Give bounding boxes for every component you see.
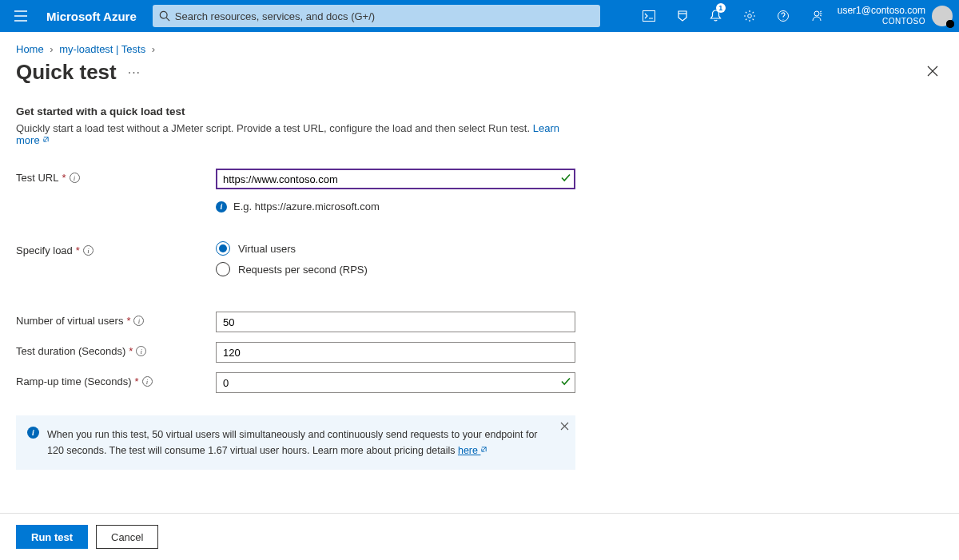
- hamburger-menu-icon[interactable]: [10, 10, 32, 22]
- radio-icon: [216, 241, 230, 256]
- pricing-link[interactable]: here: [458, 445, 488, 456]
- info-icon[interactable]: i: [136, 346, 146, 356]
- search-input[interactable]: [175, 10, 594, 22]
- user-email: user1@contoso.com: [838, 6, 925, 17]
- info-filled-icon: i: [27, 427, 39, 439]
- page-header: Quick test ···: [0, 58, 959, 97]
- info-icon[interactable]: i: [83, 245, 94, 256]
- cloud-shell-icon[interactable]: [633, 0, 665, 32]
- label-duration: Test duration (Seconds): [16, 345, 125, 357]
- svg-point-0: [160, 11, 167, 18]
- duration-input[interactable]: [216, 342, 575, 363]
- run-test-button[interactable]: Run test: [16, 525, 88, 549]
- svg-rect-1: [643, 11, 655, 22]
- radio-rps[interactable]: Requests per second (RPS): [216, 262, 575, 276]
- section-heading: Get started with a quick load test: [16, 105, 575, 117]
- breadcrumb-resource[interactable]: my-loadtest | Tests: [59, 43, 149, 55]
- avatar[interactable]: [932, 6, 953, 26]
- radio-icon: [216, 262, 230, 276]
- header-icons: 1: [633, 0, 833, 32]
- row-specify-load: Specify load * i Virtual users Requests …: [16, 241, 575, 283]
- required-mark: *: [129, 345, 133, 357]
- info-filled-icon: i: [216, 201, 227, 212]
- rampup-input[interactable]: [216, 372, 575, 393]
- label-rampup: Ramp-up time (Seconds): [16, 375, 132, 387]
- help-icon[interactable]: [767, 0, 799, 32]
- radio-virtual-users[interactable]: Virtual users: [216, 241, 575, 256]
- search-icon: [159, 10, 170, 22]
- valid-check-icon: [561, 173, 571, 185]
- test-url-input[interactable]: [216, 169, 575, 189]
- user-tenant: CONTOSO: [838, 17, 925, 26]
- page-title: Quick test: [16, 60, 117, 85]
- directories-icon[interactable]: [667, 0, 698, 32]
- svg-point-4: [814, 11, 819, 16]
- form-body: Get started with a quick load test Quick…: [0, 97, 591, 470]
- label-test-url: Test URL: [16, 172, 58, 184]
- global-search[interactable]: [153, 5, 600, 27]
- info-icon[interactable]: i: [70, 173, 80, 183]
- settings-icon[interactable]: [734, 0, 766, 32]
- section-description: Quickly start a load test without a JMet…: [16, 122, 575, 146]
- valid-check-icon: [561, 377, 571, 389]
- global-header: Microsoft Azure 1 user1@contoso.com CONT…: [0, 0, 959, 32]
- notifications-icon[interactable]: 1: [700, 0, 732, 32]
- breadcrumb-home[interactable]: Home: [16, 43, 44, 55]
- row-rampup: Ramp-up time (Seconds) * i: [16, 372, 575, 393]
- brand-label[interactable]: Microsoft Azure: [46, 10, 137, 23]
- footer-actions: Run test Cancel: [0, 513, 959, 560]
- required-mark: *: [135, 375, 139, 387]
- cancel-button[interactable]: Cancel: [96, 525, 158, 549]
- required-mark: *: [62, 172, 66, 184]
- row-num-users: Number of virtual users * i: [16, 312, 575, 332]
- more-actions-icon[interactable]: ···: [128, 66, 141, 80]
- num-users-input[interactable]: [216, 312, 575, 332]
- info-icon[interactable]: i: [142, 376, 153, 387]
- required-mark: *: [76, 244, 80, 256]
- info-banner: i When you run this test, 50 virtual use…: [16, 415, 575, 470]
- breadcrumb: Home › my-loadtest | Tests ›: [0, 32, 959, 58]
- row-duration: Test duration (Seconds) * i: [16, 342, 575, 363]
- close-blade-icon[interactable]: [922, 61, 943, 85]
- required-mark: *: [126, 315, 130, 327]
- feedback-icon[interactable]: [801, 0, 833, 32]
- label-num-users: Number of virtual users: [16, 315, 123, 327]
- row-test-url: Test URL * i i E.g. https://azure.micros…: [16, 169, 575, 212]
- svg-point-2: [747, 14, 751, 18]
- chevron-right-icon: ›: [50, 43, 53, 55]
- label-specify-load: Specify load: [16, 244, 73, 256]
- info-icon[interactable]: i: [133, 316, 144, 326]
- notification-badge: 1: [716, 3, 726, 13]
- banner-close-icon[interactable]: [560, 422, 569, 433]
- chevron-right-icon: ›: [152, 43, 155, 55]
- test-url-hint: i E.g. https://azure.microsoft.com: [216, 201, 575, 212]
- account-menu[interactable]: user1@contoso.com CONTOSO: [838, 6, 925, 26]
